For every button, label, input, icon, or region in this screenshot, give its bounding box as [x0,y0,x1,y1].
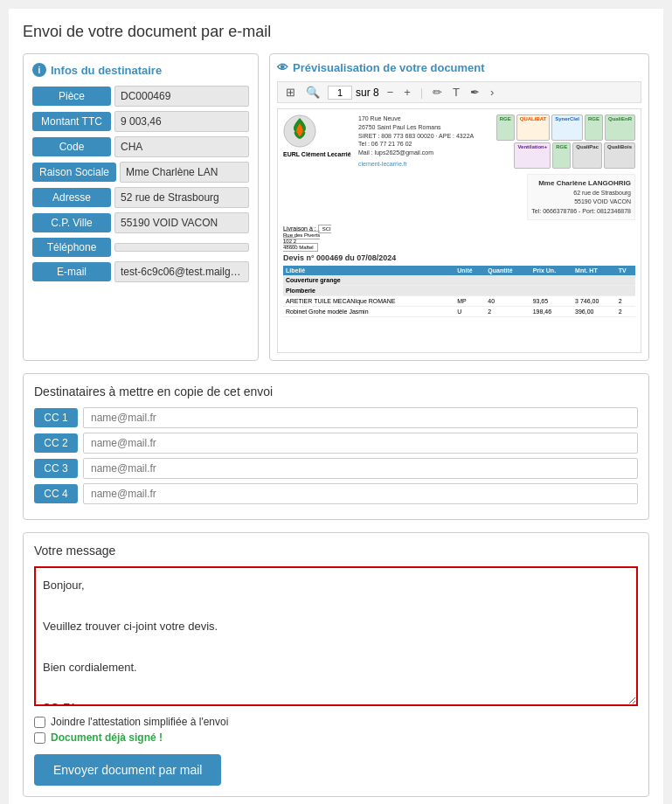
cc-row-4: CC 4 [34,483,638,504]
field-email: E-mail test-6c9c06@test.mailgeniu [32,261,249,282]
section-plomberie: Plomberie [283,286,635,296]
page-layout-icon[interactable]: ⊞ [283,85,298,100]
field-piece: Pièce DC000469 [32,86,249,107]
telephone-label: Téléphone [32,238,111,257]
cc1-label: CC 1 [34,408,78,427]
cc4-input[interactable] [83,483,638,504]
row-tv: 2 [616,296,635,307]
table-header-row: Libellé Unité Quantité Prix Un. Mnt. HT … [283,266,635,275]
field-telephone: Téléphone [32,238,249,257]
col-tv: TV [616,266,635,275]
qualibat-badge: QUALIBAT [516,114,551,141]
doc-logos: RGE QUALIBAT SynerClel RGE QualiEnR Vent… [479,114,635,169]
cc1-input[interactable] [83,407,638,428]
cc-section-title: Destinataires à mettre en copie de cet e… [34,385,638,399]
col-mnt: Mnt. HT [572,266,616,275]
row-price: 198,46 [530,307,572,317]
doc-left [283,174,522,226]
page-container: Envoi de votre document par e-mail Infos… [9,9,663,804]
adresse-label: Adresse [32,188,111,207]
qualienr-badge: QualiEnR [605,114,635,141]
row-unit: U [454,307,485,317]
table-row: Plomberie [283,286,635,296]
text-icon[interactable]: T [450,85,462,100]
cc-row-1: CC 1 [34,407,638,428]
telephone-value [114,243,249,252]
code-value: CHA [114,136,249,157]
page-total: sur 8 [356,87,379,99]
company-name: EURL Clément Lecarrié [283,151,353,157]
page-info: sur 8 [328,86,379,100]
row-label: ARETIER TUILE MECANIque ROMANE [283,296,454,307]
cpville-label: C.P. Ville [32,213,111,232]
doc-devis-title: Devis n° 000469 du 07/08/2024 [283,253,635,262]
send-button[interactable]: Envoyer document par mail [34,754,221,786]
info-panel-header: Infos du destinataire [32,63,249,77]
section-couverture: Couverture grange [283,275,635,286]
field-adresse: Adresse 52 rue de Strasbourg [32,187,249,208]
doc-table: Libellé Unité Quantité Prix Un. Mnt. HT … [283,266,635,317]
cc3-label: CC 3 [34,459,78,478]
col-prix: Prix Un. [530,266,572,275]
signed-checkbox[interactable] [34,732,45,744]
table-row: ARETIER TUILE MECANIque ROMANE MP 40 93,… [283,296,635,307]
preview-document: EURL Clément Lecarrié 170 Rue Neuve 2675… [277,108,641,353]
cc-row-3: CC 3 [34,458,638,479]
table-row: Couverture grange [283,275,635,286]
montant-value: 9 003,46 [114,111,249,132]
piece-value: DC000469 [114,86,249,107]
cc-row-2: CC 2 [34,433,638,454]
adresse-value: 52 rue de Strasbourg [114,187,249,208]
page-title: Envoi de votre document par e-mail [23,23,649,41]
row-label: Robinet Grohe modèle Jasmin [283,307,454,317]
preview-panel: 👁 Prévisualisation de votre document ⊞ 🔍… [269,53,649,361]
draw-icon[interactable]: ✒ [468,85,482,100]
message-textarea[interactable]: Bonjour, Veuillez trouver ci-joint votre… [34,566,638,706]
doc-middle: Mme Charlène LANGOHRIG 62 rue de Strasbo… [283,174,635,226]
search-icon[interactable]: 🔍 [303,85,322,100]
col-libelle: Libellé [283,266,454,275]
row-unit: MP [454,296,485,307]
message-section-title: Votre message [34,544,638,558]
signed-doc-row: Document déjà signé ! [34,731,638,744]
message-section: Votre message Bonjour, Veuillez trouver … [23,532,649,797]
ventil-badge: Ventilation+ [514,142,551,169]
info-icon [32,63,46,77]
row-total: 3 746,00 [572,296,616,307]
rge-badge2: RGE [585,114,603,141]
info-panel: Infos du destinataire Pièce DC000469 Mon… [23,53,259,361]
page-number-input[interactable] [328,86,352,100]
field-raison: Raison Sociale Mme Charlène LAN [32,162,249,183]
top-section: Infos du destinataire Pièce DC000469 Mon… [23,53,649,361]
zoom-in-button[interactable]: + [401,85,413,100]
qualibois-badge: QualiBois [604,142,635,169]
col-unite: Unité [454,266,485,275]
row-qty: 2 [485,307,530,317]
doc-header: EURL Clément Lecarrié 170 Rue Neuve 2675… [283,114,635,169]
signed-label: Document déjà signé ! [51,731,163,744]
info-panel-title: Infos du destinataire [51,64,162,77]
rge-badge3: RGE [552,142,571,169]
email-value: test-6c9c06@test.mailgeniu [114,261,249,282]
cc2-label: CC 2 [34,433,78,453]
more-icon[interactable]: › [488,85,496,100]
row-tv: 2 [616,307,635,317]
rge-badge1: RGE [496,114,515,141]
row-total: 396,00 [572,307,616,317]
row-qty: 40 [485,296,530,307]
field-montant: Montant TTC 9 003,46 [32,111,249,132]
qualipac-badge: QualiPac [572,142,602,169]
cc3-input[interactable] [83,458,638,479]
attestation-label: Joindre l'attestation simplifiée à l'env… [51,716,228,728]
row-price: 93,65 [530,296,572,307]
cc2-input[interactable] [83,433,638,454]
montant-label: Montant TTC [32,112,111,131]
preview-header: 👁 Prévisualisation de votre document [277,61,641,74]
cpville-value: 55190 VOID VACON [114,212,249,233]
edit-icon[interactable]: ✏ [430,85,445,100]
zoom-out-button[interactable]: − [384,85,397,100]
email-label: E-mail [32,262,111,281]
cc-section: Destinataires à mettre en copie de cet e… [23,373,649,520]
doc-client-info: Mme Charlène LANGOHRIG 62 rue de Strasbo… [527,174,635,221]
attestation-checkbox[interactable] [34,717,45,728]
